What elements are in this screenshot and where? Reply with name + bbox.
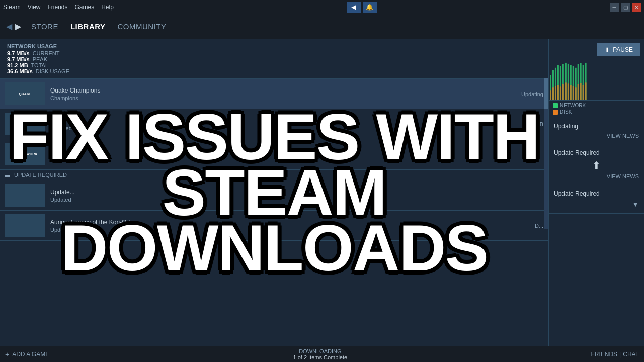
planetside-info: mpic... Disabled bbox=[50, 117, 530, 131]
usage-row-4: 36.6 MB/s DISK USAGE bbox=[7, 68, 541, 74]
view-news-btn-1[interactable]: VIEW NEWS bbox=[554, 133, 639, 139]
chart-legend: NETWORK DISK bbox=[549, 101, 644, 118]
download-item-steamwork[interactable]: STEAM WORK - W... Updated bbox=[0, 139, 548, 169]
svg-rect-27 bbox=[580, 83, 582, 100]
quake-thumb: QUAKE bbox=[5, 82, 45, 105]
forward-arrow[interactable]: ▶ bbox=[15, 22, 21, 31]
download-list: QUAKE Quake Champions Champions Updating… bbox=[0, 79, 548, 351]
pause-label: PAUSE bbox=[613, 46, 633, 53]
quake-name: Quake Champions bbox=[50, 87, 521, 94]
steamwork-name: - W... bbox=[50, 147, 543, 154]
steam-icon-btn-1[interactable]: ◀ bbox=[347, 2, 361, 13]
status-ur1-text: Update Required bbox=[554, 149, 639, 156]
plus-icon: + bbox=[5, 350, 9, 358]
chevron-area: ▼ bbox=[554, 200, 639, 208]
network-usage-title: NETWORK USAGE bbox=[7, 43, 541, 49]
mini-chart bbox=[549, 60, 644, 101]
add-game-button[interactable]: + ADD A GAME bbox=[5, 350, 49, 358]
status-ur2-text: Update Required bbox=[554, 190, 639, 197]
nav-arrows: ◀ ▶ bbox=[6, 22, 21, 31]
pause-icon: ⏸ bbox=[604, 46, 610, 53]
svg-rect-28 bbox=[583, 85, 584, 100]
planetside-name: mpic... bbox=[50, 117, 530, 124]
svg-rect-25 bbox=[575, 87, 577, 100]
menu-help[interactable]: Help bbox=[101, 4, 114, 11]
section-label: UPDATE REQUIRED bbox=[14, 172, 67, 178]
disk-color-dot bbox=[553, 110, 558, 115]
steam-icon-btn-2[interactable]: 🔔 bbox=[363, 2, 377, 13]
svg-rect-15 bbox=[550, 90, 551, 100]
status-updating-text: Updating bbox=[554, 123, 639, 130]
friends-chat-button[interactable]: FRIENDS | CHAT bbox=[591, 351, 639, 358]
aurion-status: Update Required bbox=[50, 227, 535, 233]
collapse-icon[interactable]: ▬ bbox=[5, 172, 10, 178]
ur1-name: Update... bbox=[50, 189, 543, 196]
download-item-planetside[interactable]: PL CO mpic... Disabled 9 MB bbox=[0, 109, 548, 139]
chat-label: CHAT bbox=[623, 351, 639, 358]
aurion-action: D... bbox=[535, 223, 543, 229]
planetside-action: 9 MB bbox=[530, 121, 543, 127]
menu-friends[interactable]: Friends bbox=[47, 4, 67, 11]
disk-label: DISK USAGE bbox=[36, 68, 69, 74]
update-upload-icon: ⬆ bbox=[554, 159, 639, 171]
svg-rect-20 bbox=[562, 84, 564, 100]
nav-links: STORE LIBRARY COMMUNITY bbox=[31, 22, 167, 31]
back-arrow[interactable]: ◀ bbox=[6, 22, 12, 31]
view-news-btn-2[interactable]: VIEW NEWS bbox=[554, 173, 639, 179]
nav-store[interactable]: STORE bbox=[31, 22, 58, 31]
left-panel: NETWORK USAGE 9.7 MB/s CURRENT 9.7 MB/s … bbox=[0, 39, 548, 362]
svg-rect-26 bbox=[578, 84, 579, 100]
menu-bar: Steam View Friends Games Help bbox=[3, 4, 114, 11]
total-label: TOTAL bbox=[31, 62, 48, 68]
downloading-sub: 1 of 2 Items Complete bbox=[293, 354, 348, 360]
friends-label: FRIENDS bbox=[591, 351, 617, 358]
downloading-info: DOWNLOADING 1 of 2 Items Complete bbox=[293, 348, 348, 360]
chevron-down-icon[interactable]: ▼ bbox=[632, 200, 639, 208]
disk-value: 36.6 MB/s bbox=[7, 68, 33, 74]
usage-row-1: 9.7 MB/s CURRENT bbox=[7, 50, 541, 56]
download-item-aurion[interactable]: Aurion: Legacy of the Kori-Odan Update R… bbox=[0, 211, 548, 241]
planetside-thumb: PL CO bbox=[5, 113, 45, 135]
aurion-info: Aurion: Legacy of the Kori-Odan Update R… bbox=[50, 219, 535, 233]
window-controls: ─ ▢ ✕ bbox=[610, 3, 641, 12]
minimize-button[interactable]: ─ bbox=[610, 3, 619, 12]
svg-rect-23 bbox=[570, 85, 572, 100]
download-item-ur1[interactable]: Update... Updated bbox=[0, 180, 548, 211]
menu-games[interactable]: Games bbox=[75, 4, 95, 11]
quake-info: Quake Champions Champions bbox=[50, 87, 521, 101]
nav-community[interactable]: COMMUNITY bbox=[118, 22, 167, 31]
aurion-thumb bbox=[5, 214, 45, 237]
maximize-button[interactable]: ▢ bbox=[621, 3, 630, 12]
current-value: 9.7 MB/s bbox=[7, 50, 30, 56]
ur1-status: Updated bbox=[50, 197, 543, 203]
steam-icon-area: ◀ 🔔 bbox=[347, 2, 377, 13]
aurion-name: Aurion: Legacy of the Kori-Odan bbox=[50, 219, 535, 226]
svg-rect-21 bbox=[565, 82, 567, 100]
network-color-dot bbox=[553, 103, 558, 108]
menu-view[interactable]: View bbox=[28, 4, 41, 11]
downloading-label: DOWNLOADING bbox=[293, 348, 348, 354]
usage-row-3: 91.2 MB TOTAL bbox=[7, 62, 541, 68]
ur1-info: Update... Updated bbox=[50, 189, 543, 203]
right-status-updating: Updating VIEW NEWS bbox=[549, 118, 644, 144]
right-status-update-req-2: Update Required ▼ bbox=[549, 185, 644, 214]
scrollbar[interactable] bbox=[544, 78, 548, 229]
pause-button[interactable]: ⏸ PAUSE bbox=[597, 43, 640, 56]
right-panel: ⏸ PAUSE bbox=[548, 39, 644, 362]
peak-label: PEAK bbox=[33, 56, 47, 62]
nav-library[interactable]: LIBRARY bbox=[70, 22, 106, 31]
legend-network: NETWORK bbox=[553, 103, 640, 108]
scrollbar-thumb[interactable] bbox=[544, 78, 548, 109]
right-status-update-req-1: Update Required ⬆ VIEW NEWS bbox=[549, 144, 644, 185]
peak-value: 9.7 MB/s bbox=[7, 56, 30, 62]
svg-rect-22 bbox=[568, 83, 569, 100]
svg-rect-29 bbox=[585, 82, 587, 100]
svg-rect-17 bbox=[555, 86, 556, 100]
main-content: NETWORK USAGE 9.7 MB/s CURRENT 9.7 MB/s … bbox=[0, 39, 644, 362]
pause-area: ⏸ PAUSE bbox=[549, 39, 644, 60]
quake-status: Champions bbox=[50, 95, 521, 101]
close-button[interactable]: ✕ bbox=[632, 3, 641, 12]
download-item-quake[interactable]: QUAKE Quake Champions Champions Updating bbox=[0, 79, 548, 109]
menu-steam[interactable]: Steam bbox=[3, 4, 21, 11]
planetside-status: Disabled bbox=[50, 125, 530, 131]
